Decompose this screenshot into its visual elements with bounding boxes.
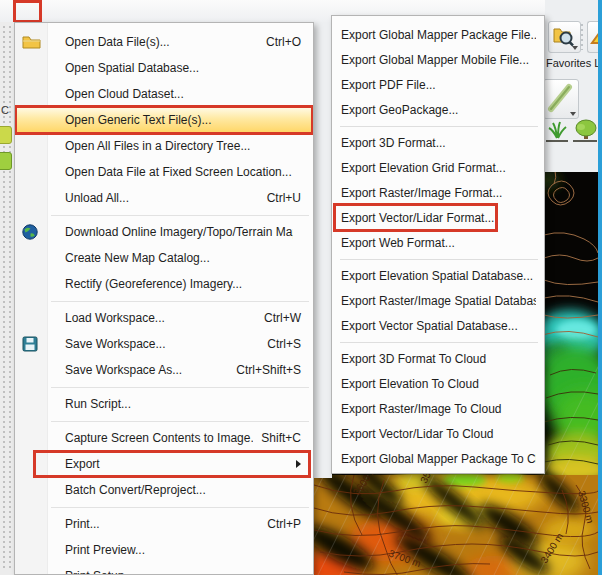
submenu-item[interactable]: Export Web Format... [332, 230, 544, 255]
submenu-item[interactable]: Export 3D Format... [332, 130, 544, 155]
submenu-item-label: Export 3D Format To Cloud [341, 352, 536, 366]
menubar-item[interactable] [30, 0, 44, 22]
menu-item[interactable]: Open Cloud Dataset... [15, 81, 313, 107]
menu-item[interactable]: Capture Screen Contents to Image... Shif… [15, 425, 313, 451]
menu-item[interactable]: Open Generic Text File(s)... [15, 107, 313, 133]
screenshot-blue-border [598, 0, 602, 575]
menu-item[interactable]: Load Workspace... Ctrl+W [15, 305, 313, 331]
menu-item-label: Load Workspace... [65, 311, 256, 325]
submenu-item[interactable]: Export Elevation Spatial Database... [332, 263, 544, 288]
submenu-item-label: Export Global Mapper Mobile File... [341, 53, 536, 67]
submenu-item[interactable]: Export Global Mapper Package File... [332, 22, 544, 47]
submenu-item-label: Export Global Mapper Package File... [341, 28, 536, 42]
submenu-item[interactable]: Export Vector/Lidar To Cloud [332, 421, 544, 446]
globe-icon [22, 224, 38, 240]
menu-item[interactable]: Rectify (Georeference) Imagery... [15, 271, 313, 297]
screenshot-frame: 3500 m 3600 m 3700 m 3300 m 3400 m [0, 0, 607, 578]
menu-item[interactable]: Open Data File(s)... Ctrl+O [15, 29, 313, 55]
menu-item[interactable]: Open All Files in a Directory Tree... [15, 133, 313, 159]
submenu-item[interactable]: Export Global Mapper Mobile File... [332, 47, 544, 72]
save-icon [22, 336, 38, 352]
submenu-item[interactable]: Export Raster/Image Spatial Database... [332, 288, 544, 313]
workspace-background [314, 22, 332, 478]
menu-item-label: Open Cloud Dataset... [65, 87, 293, 101]
submenu-item[interactable]: Export Vector/Lidar Format... [332, 205, 544, 230]
menu-item-label: Save Workspace... [65, 337, 259, 351]
submenu-item[interactable]: Export Raster/Image Format... [332, 180, 544, 205]
menu-item-label: Rectify (Georeference) Imagery... [65, 277, 293, 291]
menu-separator [15, 211, 313, 219]
menubar-item[interactable] [114, 0, 128, 22]
menu-item-shortcut: Ctrl+P [267, 517, 301, 531]
submenu-item[interactable]: Export 3D Format To Cloud [332, 346, 544, 371]
global-mapper-window: 3500 m 3600 m 3700 m 3300 m 3400 m [0, 0, 598, 575]
menu-separator [15, 503, 313, 511]
submenu-item[interactable]: Export Elevation To Cloud [332, 371, 544, 396]
menu-item-shortcut: Shift+C [261, 431, 301, 445]
partial-icon [0, 126, 12, 144]
menu-item[interactable]: Open Spatial Database... [15, 55, 313, 81]
menu-separator [15, 383, 313, 391]
submenu-item[interactable]: Export Vector Spatial Database... [332, 313, 544, 338]
submenu-item[interactable]: Export GeoPackage... [332, 97, 544, 122]
submenu-item[interactable]: Export Global Mapper Package To Cloud [332, 446, 544, 471]
submenu-arrow-icon [296, 460, 301, 468]
menubar-item[interactable] [16, 0, 30, 22]
draw-tool-button[interactable] [545, 79, 579, 119]
menu-item[interactable]: Run Script... [15, 391, 313, 417]
grass-icon[interactable] [547, 118, 569, 142]
menubar-item[interactable] [100, 0, 114, 22]
partial-toolbar-button[interactable] [587, 21, 598, 53]
menu-item-shortcut: Ctrl+W [264, 311, 301, 325]
menu-item-label: Save Workspace As... [65, 363, 228, 377]
menu-item-label: Open Data File(s)... [65, 35, 258, 49]
search-files-button[interactable] [548, 21, 581, 53]
menubar-item[interactable] [44, 0, 58, 22]
submenu-item-label: Export Elevation To Cloud [341, 377, 536, 391]
submenu-item-label: Export Raster/Image Spatial Database... [341, 294, 536, 308]
submenu-item-label: Export PDF File... [341, 78, 536, 92]
menu-item[interactable]: Download Online Imagery/Topo/Terrain Map… [15, 219, 313, 245]
menu-item[interactable]: Export [15, 451, 313, 477]
menubar-item[interactable] [128, 0, 142, 22]
menu-item[interactable]: Print... Ctrl+P [15, 511, 313, 537]
menu-item[interactable]: Save Workspace As... Ctrl+Shift+S [15, 357, 313, 383]
menu-item-label: Export [65, 457, 282, 471]
menu-separator [15, 297, 313, 305]
menu-item-shortcut: Ctrl+O [266, 35, 301, 49]
green-blade-icon [547, 83, 575, 113]
chevron-down-icon[interactable] [570, 112, 576, 116]
toolbar-grip[interactable] [9, 26, 11, 571]
menu-item-label: Print Preview... [65, 543, 293, 557]
menu-item[interactable]: Print Preview... [15, 537, 313, 563]
export-submenu: Export Global Mapper Package File... Exp… [331, 15, 545, 474]
toolbar-right-strip: Favorites List [545, 0, 598, 172]
menu-item-label: Open Generic Text File(s)... [65, 113, 293, 127]
submenu-item[interactable]: Export PDF File... [332, 72, 544, 97]
chevron-down-icon[interactable] [572, 46, 578, 50]
menu-item-label: Create New Map Catalog... [65, 251, 293, 265]
submenu-item-label: Export Global Mapper Package To Cloud [341, 452, 536, 466]
menu-item-label: Open Data File at Fixed Screen Location.… [65, 165, 293, 179]
menu-item[interactable]: Save Workspace... Ctrl+S [15, 331, 313, 357]
menubar-item[interactable] [86, 0, 100, 22]
docked-toolbar-edge: C [0, 22, 14, 575]
submenu-item-label: Export GeoPackage... [341, 103, 536, 117]
file-menu-dropdown: Open Data File(s)... Ctrl+O Open Spatial… [14, 22, 314, 575]
menubar-item[interactable] [72, 0, 86, 22]
partial-text: C [1, 104, 9, 116]
menu-item[interactable]: Print Setup [15, 563, 313, 575]
menubar-item[interactable] [58, 0, 72, 22]
menu-item-shortcut: Ctrl+Shift+S [236, 363, 301, 377]
menu-item[interactable]: Batch Convert/Reproject... [15, 477, 313, 503]
menu-item-label: Print Setup [65, 569, 293, 575]
menu-item-label: Unload All... [65, 191, 259, 205]
menu-item[interactable]: Unload All... Ctrl+U [15, 185, 313, 211]
menu-item[interactable]: Open Data File at Fixed Screen Location.… [15, 159, 313, 185]
bush-icon[interactable] [574, 118, 598, 142]
submenu-item[interactable]: Export Elevation Grid Format... [332, 155, 544, 180]
menu-item[interactable]: Create New Map Catalog... [15, 245, 313, 271]
submenu-item-label: Export Raster/Image To Cloud [341, 402, 536, 416]
submenu-item-label: Export Elevation Grid Format... [341, 161, 536, 175]
submenu-item[interactable]: Export Raster/Image To Cloud [332, 396, 544, 421]
